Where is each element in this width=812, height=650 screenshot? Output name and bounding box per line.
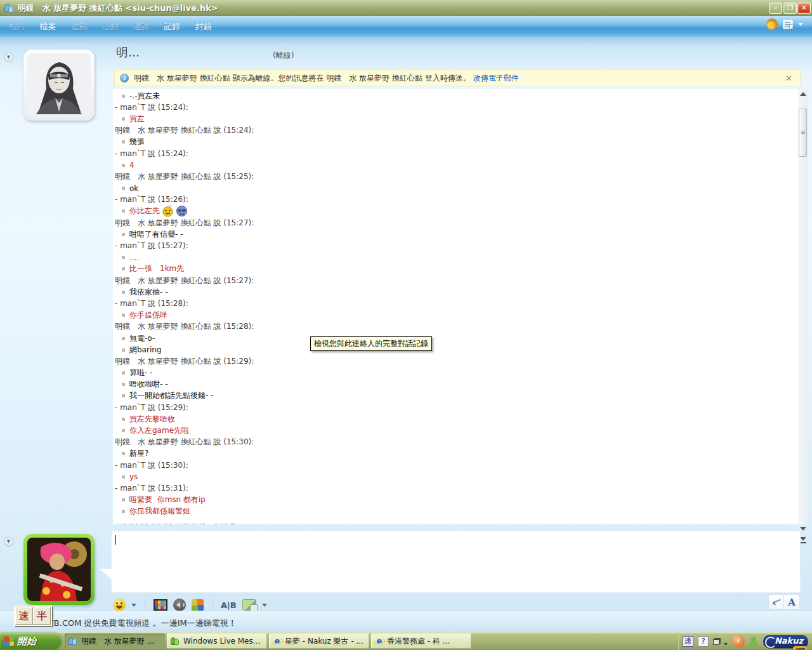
scroll-to-end-icon[interactable] — [800, 537, 806, 541]
background-picker-icon[interactable] — [242, 599, 256, 611]
chat-message: 唔收啦咁- - — [113, 379, 798, 390]
voice-clip-icon[interactable] — [173, 599, 186, 611]
window-titlebar: 明鏡 水 放星夢野 換紅心點 <siu-chun@live.hk> – ❐ ✕ — [0, 0, 812, 16]
message-bullet-icon — [122, 209, 125, 213]
contact-display-name: 明... — [116, 44, 140, 61]
chat-message: 新星? — [113, 448, 798, 460]
winks-icon[interactable] — [154, 599, 167, 611]
task-label: 星夢 - Nakuz 樂古 - ... — [285, 636, 363, 647]
color-scheme-icon[interactable] — [766, 18, 778, 30]
menu-tab-file[interactable]: 檔案 — [32, 21, 63, 32]
ime-method-button[interactable]: 速 — [15, 607, 33, 625]
message-bullet-icon — [122, 418, 125, 421]
toolbar-separator — [212, 599, 213, 611]
task-label: 香港警務處 - 科 ... — [387, 636, 450, 647]
taskbar: 開始 明鏡 水 放星夢野 ...Windows Live Messen...e星… — [0, 632, 812, 650]
chat-message-text: 比一張 1km先 — [129, 263, 184, 274]
background-dropdown-icon[interactable] — [262, 604, 267, 607]
chat-message: .... — [113, 252, 798, 263]
messenger-logo-icon — [171, 637, 180, 646]
scroll-up-icon[interactable] — [800, 92, 806, 96]
smiley-wink-emoticon-icon — [162, 205, 174, 217]
chat-message: 比一張 1km先 — [113, 263, 798, 275]
show-menu-icon[interactable] — [783, 20, 793, 29]
chat-message-text: 你入左game先啦 — [129, 425, 189, 436]
conversation-window-body: ▼ 明... (離線) i 明鏡 水 放星夢野 換紅心點 顯示為離線。您的訊息將… — [0, 37, 812, 632]
send-email-link[interactable]: 改傳電子郵件 — [473, 73, 519, 84]
message-bullet-icon — [122, 95, 125, 98]
restore-button[interactable]: ❐ — [783, 3, 797, 14]
taskbar-task-1[interactable]: Windows Live Messen... — [167, 633, 267, 649]
chat-sender-header: 明鏡 水 放星夢野 換紅心點 說 (15:27): — [113, 275, 798, 286]
menu-tab-invite[interactable]: 邀請 — [126, 21, 157, 32]
menu-tab-games[interactable]: 遊戲 — [63, 21, 95, 32]
handwriting-mode-button[interactable] — [768, 594, 784, 610]
help-tray-icon[interactable]: ? — [698, 636, 709, 647]
chat-sender-header: - man`T 說 (15:31): — [113, 482, 798, 494]
chat-message: 算啦- - — [113, 368, 798, 379]
ime-tray-icon[interactable]: 速 — [683, 636, 693, 647]
chat-message-text: 買左 — [129, 114, 145, 124]
info-bar-close-icon[interactable]: ✕ — [783, 74, 795, 83]
chat-sender-header: - man`T 說 (15:26): — [113, 194, 798, 206]
message-input[interactable] — [111, 531, 801, 593]
chat-message: 我一開始都話先點後錢- - — [113, 390, 798, 402]
conversation-toolbar: 相片檔案遊戲活動邀請記錄封鎖 — [0, 16, 812, 37]
menu-tab-photo[interactable]: 相片 — [1, 21, 32, 32]
text-caret — [115, 535, 116, 545]
scrollbar-thumb[interactable] — [799, 109, 807, 157]
contact-status: (離線) — [273, 50, 294, 61]
taskbar-task-2[interactable]: e星夢 - Nakuz 樂古 - ... — [269, 633, 369, 649]
text-mode-button[interactable]: A — [784, 594, 800, 610]
chat-sender-header: - man`T 說 (15:30): — [113, 460, 798, 471]
menu-tab-activities[interactable]: 活動 — [95, 21, 126, 32]
chat-message-text: 4 — [129, 161, 134, 169]
status-bar-text: 由TVB.COM 提供免費電視頻道， 一邊IM一邊睇電視！ — [35, 618, 237, 629]
taskbar-task-0[interactable]: 明鏡 水 放星夢野 ... — [65, 633, 165, 649]
input-bubble-tail — [100, 569, 112, 580]
start-button[interactable]: 開始 — [0, 633, 62, 649]
ime-width-button[interactable]: 半 — [33, 607, 51, 625]
chat-sender-header: - man`T 說 (15:24): — [113, 148, 798, 159]
taskbar-task-3[interactable]: e香港警務處 - 科 ... — [371, 633, 471, 649]
scroll-to-end-bar — [800, 542, 806, 543]
window-title: 明鏡 水 放星夢野 換紅心點 <siu-chun@live.hk> — [18, 3, 218, 14]
collapse-local-avatar-button[interactable]: ▼ — [4, 537, 13, 547]
message-bullet-icon — [122, 383, 125, 386]
message-bullet-icon — [122, 394, 125, 397]
close-button[interactable]: ✕ — [797, 3, 811, 14]
menu-tab-block[interactable]: 封鎖 — [188, 21, 219, 32]
internet-explorer-icon: e — [273, 637, 282, 646]
menu-tab-history[interactable]: 記錄 — [157, 21, 188, 32]
chat-scrollbar[interactable] — [798, 89, 808, 524]
nudge-icon[interactable] — [192, 599, 204, 611]
chat-sender-header: - man`T 說 (15:24): — [113, 102, 798, 113]
collapse-remote-avatar-button[interactable]: ▼ — [4, 53, 13, 62]
chat-message-text: ok — [129, 184, 138, 193]
message-bullet-icon — [122, 233, 125, 236]
hide-icons-chevron-icon[interactable]: ‹ — [732, 635, 745, 647]
minimize-button[interactable]: – — [769, 3, 782, 14]
tray-chevron-down-icon[interactable] — [724, 643, 728, 646]
last-message-timestamp: 4/6/2009 16:01 收到最後一則訊息。 — [113, 522, 798, 524]
emoticon-dropdown-icon[interactable] — [131, 604, 136, 607]
restore-tray-icon[interactable] — [713, 639, 719, 645]
chat-message: 你昆我都係報警姐 — [113, 506, 798, 517]
offline-info-text: 明鏡 水 放星夢野 換紅心點 顯示為離線。您的訊息將在 明鏡 水 放星夢野 換紅… — [134, 73, 471, 84]
scroll-down-icon[interactable] — [800, 527, 806, 531]
chat-message-text: 咁唔了有信譽- - — [129, 229, 183, 240]
system-tray: 速 ? ‹ Nakuz — [678, 632, 812, 650]
message-bullet-icon — [122, 117, 125, 121]
messenger-tray-icon[interactable] — [749, 637, 759, 646]
pen-icon — [772, 598, 781, 607]
font-format-icon[interactable]: A|B — [221, 600, 237, 610]
remote-contact-avatar[interactable] — [23, 50, 95, 121]
chat-message-text: 你昆我都係報警姐 — [129, 506, 190, 517]
emoticon-picker-icon[interactable] — [113, 599, 126, 611]
info-icon: i — [120, 74, 129, 83]
chat-history-panel[interactable]: -.-買左未- man`T 說 (15:24):買左明鏡 水 放星夢野 換紅心點… — [113, 89, 798, 524]
chevron-down-icon[interactable] — [798, 23, 803, 26]
history-tooltip: 檢視您與此連絡人的完整對話記錄 — [310, 336, 432, 351]
nakuz-logo[interactable]: Nakuz — [763, 635, 808, 648]
local-user-avatar[interactable] — [23, 534, 95, 605]
